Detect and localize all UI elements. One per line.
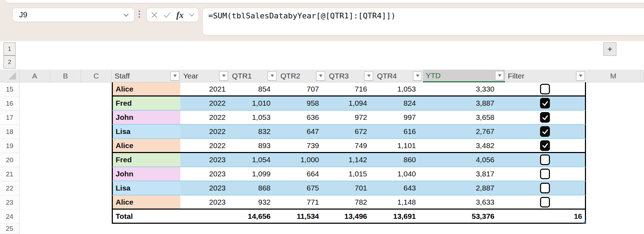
formula-bar[interactable]: =SUM(tblSalesDatabyYear[@[QTR1]:[QTR4]]) xyxy=(202,8,644,35)
year-cell[interactable]: 2023 xyxy=(180,195,229,210)
qtr1-cell[interactable]: 893 xyxy=(229,139,278,153)
qtr2-cell[interactable]: 707 xyxy=(278,82,326,96)
m-cell[interactable] xyxy=(586,167,641,181)
fx-chevron-icon[interactable] xyxy=(189,13,194,17)
ytd-cell[interactable]: 3,817 xyxy=(423,167,505,181)
filter-checkbox[interactable] xyxy=(540,169,550,179)
filter-dropdown-qtr2[interactable] xyxy=(316,71,325,81)
filter-cell[interactable] xyxy=(505,153,586,167)
total-label-cell[interactable]: Total xyxy=(112,210,180,224)
table-header-year[interactable]: Year xyxy=(180,70,229,82)
year-cell[interactable] xyxy=(180,210,229,224)
filter-checkbox[interactable] xyxy=(540,112,550,123)
filter-checkbox[interactable] xyxy=(540,183,550,193)
qtr4-cell[interactable]: 1,148 xyxy=(374,195,423,210)
staff-cell[interactable]: John xyxy=(112,111,180,125)
row-number[interactable]: 15 xyxy=(0,82,19,96)
m-cell[interactable] xyxy=(586,96,641,111)
outline-level-2-button[interactable]: 2 xyxy=(4,55,16,69)
filter-checkbox[interactable] xyxy=(540,98,550,109)
qtr1-cell[interactable]: 932 xyxy=(229,195,278,210)
staff-cell[interactable]: John xyxy=(112,167,180,181)
qtr2-cell[interactable]: 675 xyxy=(278,181,326,195)
empty-cells-abc[interactable] xyxy=(19,167,112,181)
qtr4-cell[interactable]: 616 xyxy=(374,125,423,139)
filter-dropdown-filter[interactable] xyxy=(576,71,585,81)
filter-dropdown-year[interactable] xyxy=(219,71,228,81)
filter-cell[interactable] xyxy=(505,125,586,139)
filter-dropdown-ytd[interactable] xyxy=(495,71,504,80)
qtr2-cell[interactable]: 664 xyxy=(278,167,326,181)
row-number[interactable]: 22 xyxy=(0,181,19,195)
year-cell[interactable]: 2022 xyxy=(180,96,229,111)
filter-cell[interactable] xyxy=(505,82,586,96)
filter-dropdown-qtr3[interactable] xyxy=(364,71,373,81)
qtr1-cell[interactable]: 1,099 xyxy=(229,167,278,181)
qtr3-cell[interactable]: 672 xyxy=(326,125,374,139)
table-header-qtr4[interactable]: QTR4 xyxy=(374,70,423,82)
filter-dropdown-qtr1[interactable] xyxy=(268,71,277,81)
qtr2-cell[interactable]: 1,000 xyxy=(278,153,326,167)
staff-cell[interactable]: Fred xyxy=(112,153,180,167)
m-cell[interactable] xyxy=(586,195,641,210)
row-number[interactable]: 21 xyxy=(0,167,19,181)
year-cell[interactable]: 2023 xyxy=(180,181,229,195)
qtr3-cell[interactable]: 1,142 xyxy=(326,153,374,167)
row-number[interactable]: 19 xyxy=(0,139,19,153)
total-qtr1-cell[interactable]: 14,656 xyxy=(229,210,278,224)
filter-cell[interactable] xyxy=(505,167,586,181)
year-cell[interactable]: 2022 xyxy=(180,125,229,139)
filter-cell[interactable] xyxy=(505,111,586,125)
qtr3-cell[interactable]: 749 xyxy=(326,139,374,153)
filter-cell[interactable] xyxy=(505,139,586,153)
qtr2-cell[interactable]: 739 xyxy=(278,139,326,153)
staff-cell[interactable]: Lisa xyxy=(112,125,180,139)
total-qtr3-cell[interactable]: 13,496 xyxy=(326,210,374,224)
qtr2-cell[interactable]: 647 xyxy=(278,125,326,139)
qtr3-cell[interactable]: 1,094 xyxy=(326,96,374,111)
empty-row[interactable] xyxy=(19,224,644,234)
qtr4-cell[interactable]: 860 xyxy=(374,153,423,167)
enter-check-icon[interactable] xyxy=(163,12,171,18)
column-header-B[interactable]: B xyxy=(50,70,81,82)
empty-cells-abc[interactable] xyxy=(19,125,112,139)
staff-cell[interactable]: Alice xyxy=(112,139,180,153)
m-cell[interactable] xyxy=(586,181,641,195)
empty-cells-abc[interactable] xyxy=(19,195,112,210)
staff-cell[interactable]: Alice xyxy=(112,195,180,210)
qtr3-cell[interactable]: 1,015 xyxy=(326,167,374,181)
row-number[interactable]: 16 xyxy=(0,96,19,111)
ytd-cell[interactable]: 4,056 xyxy=(423,153,505,167)
year-cell[interactable]: 2022 xyxy=(180,111,229,125)
empty-cells-abc[interactable] xyxy=(19,96,112,111)
qtr4-cell[interactable]: 1,053 xyxy=(374,82,423,96)
row-number[interactable]: 20 xyxy=(0,153,19,167)
ytd-cell[interactable]: 3,482 xyxy=(423,139,505,153)
qtr4-cell[interactable]: 643 xyxy=(374,181,423,195)
filter-checkbox[interactable] xyxy=(540,84,550,94)
empty-cells-abc[interactable] xyxy=(19,82,112,96)
year-cell[interactable]: 2022 xyxy=(180,139,229,153)
year-cell[interactable]: 2021 xyxy=(180,82,229,96)
column-header-A[interactable]: A xyxy=(19,70,50,82)
outline-expand-button[interactable]: + xyxy=(603,42,616,56)
ytd-cell[interactable]: 3,633 xyxy=(423,195,505,210)
name-box-chevron-icon[interactable] xyxy=(123,13,129,17)
year-cell[interactable]: 2023 xyxy=(180,167,229,181)
qtr4-cell[interactable]: 1,040 xyxy=(374,167,423,181)
empty-cells-abc[interactable] xyxy=(19,181,112,195)
name-box[interactable]: J9 xyxy=(12,8,134,22)
filter-checkbox[interactable] xyxy=(540,154,550,165)
qtr4-cell[interactable]: 824 xyxy=(374,96,423,111)
filter-cell[interactable] xyxy=(505,195,586,210)
staff-cell[interactable]: Fred xyxy=(112,96,180,111)
empty-cells-abc[interactable] xyxy=(19,139,112,153)
qtr2-cell[interactable]: 771 xyxy=(278,195,326,210)
m-cell[interactable] xyxy=(586,125,641,139)
qtr1-cell[interactable]: 1,010 xyxy=(229,96,278,111)
filter-cell[interactable] xyxy=(505,96,586,111)
filter-checkbox[interactable] xyxy=(540,197,550,207)
column-header-M[interactable]: M xyxy=(586,70,641,82)
m-cell[interactable] xyxy=(586,153,641,167)
insert-function-icon[interactable]: fx xyxy=(176,11,184,19)
